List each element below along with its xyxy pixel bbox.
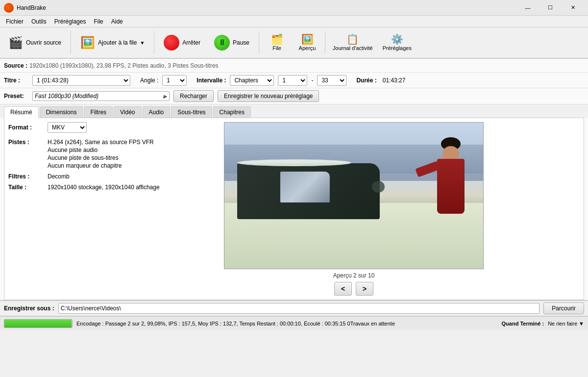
preview-scene (224, 123, 483, 269)
preview-icon: 🖼️ (301, 34, 314, 44)
track-1: H.264 (x264), Same as source FPS VFR (48, 139, 154, 146)
stop-button[interactable]: Arrêter (157, 28, 207, 57)
activity-log-button[interactable]: 📋 Journal d'activité (328, 28, 377, 57)
filters-row: Filtres : Decomb (8, 173, 216, 180)
preview-next-button[interactable]: > (356, 282, 373, 296)
interval-type-select[interactable]: Chapters (230, 75, 274, 86)
tab-area: Résumé Dimensions Filtres Vidéo Audio So… (0, 104, 588, 301)
format-row: Format : MKV (8, 122, 216, 133)
separator4 (325, 31, 325, 54)
presets-button[interactable]: ⚙️ Préréglages (378, 28, 416, 57)
track-3: Aucune piste de sous-titres (48, 154, 154, 161)
tab-video[interactable]: Vidéo (114, 106, 141, 118)
menu-fichier[interactable]: Fichier (2, 17, 27, 26)
save-bar: Enregistrer sous : Parcourir (0, 301, 588, 316)
preview-label: Aperçu (299, 45, 316, 51)
title-select[interactable]: 1 (01:43:28) (32, 75, 130, 86)
maximize-button[interactable]: ☐ (539, 0, 562, 16)
format-label: Format : (8, 124, 48, 131)
file-button[interactable]: 🗂️ File (262, 28, 292, 57)
tab-content-inner: Format : MKV Pistes : H.264 (x264), Same… (8, 122, 484, 296)
reload-button[interactable]: Recharger (173, 90, 214, 102)
tab-bar: Résumé Dimensions Filtres Vidéo Audio So… (0, 104, 588, 118)
tab-sous-titres[interactable]: Sous-titres (171, 106, 212, 118)
app-title: HandBrake (17, 4, 516, 11)
source-bar: Source : 1920x1080 (1993x1080), 23,98 FP… (0, 59, 588, 73)
preset-label: Preset: (4, 93, 28, 100)
preset-arrow-icon: ▶ (163, 94, 167, 99)
preview-nav: < > (334, 282, 373, 296)
pause-icon: ⏸ (214, 35, 230, 50)
chapter-to-select[interactable]: 33 (317, 75, 346, 86)
chapter-from-select[interactable]: 1 (278, 75, 307, 86)
tracks-list: H.264 (x264), Same as source FPS VFR Auc… (48, 139, 154, 169)
titlebar: HandBrake — ☐ ✕ (0, 0, 588, 16)
preview-caption: Aperçu 2 sur 10 (333, 272, 375, 279)
preset-combo[interactable]: Fast 1080p30 (Modified) ▶ (32, 91, 170, 101)
separator3 (259, 31, 259, 54)
file-label: File (272, 45, 281, 51)
title-label: Titre : (4, 77, 28, 84)
interval-label: Intervalle : (196, 77, 226, 84)
angle-label: Angle : (140, 77, 158, 84)
activity-log-label: Journal d'activité (333, 45, 373, 51)
summary-panel: Format : MKV Pistes : H.264 (x264), Same… (8, 122, 224, 296)
add-to-queue-button[interactable]: 🖼️ Ajouter à la file ▼ (74, 28, 151, 57)
stop-icon (164, 35, 179, 50)
presets-label: Préréglages (383, 45, 412, 51)
pause-label: Pause (233, 39, 249, 46)
pause-button[interactable]: ⏸ Pause (208, 28, 256, 57)
progress-bar-container (4, 319, 73, 328)
tab-filtres[interactable]: Filtres (84, 106, 113, 118)
menu-file[interactable]: File (90, 17, 107, 26)
activity-log-icon: 📋 (346, 34, 359, 44)
when-done-select[interactable]: Ne rien faire ▼ (548, 321, 584, 327)
add-queue-label: Ajouter à la file (98, 39, 137, 46)
open-source-button[interactable]: 🎬 Ouvrir source (2, 28, 68, 57)
tab-chapitres[interactable]: Chapitres (213, 106, 251, 118)
size-value: 1920x1040 stockage, 1920x1040 affichage (48, 184, 160, 191)
when-done-label: Quand Terminé : (502, 321, 544, 327)
status-text: Encodage : Passage 2 sur 2, 99,08%, IPS … (76, 321, 498, 327)
filters-value: Decomb (48, 173, 70, 180)
duration-label: Durée : (356, 77, 376, 84)
tab-dimensions[interactable]: Dimensions (40, 106, 83, 118)
size-label: Taille : (8, 184, 48, 191)
preview-button[interactable]: 🖼️ Aperçu (293, 28, 322, 57)
save-path-input[interactable] (58, 303, 540, 314)
toolbar: 🎬 Ouvrir source 🖼️ Ajouter à la file ▼ A… (0, 27, 588, 59)
separator2 (154, 31, 154, 54)
open-source-label: Ouvrir source (26, 39, 61, 46)
format-select[interactable]: MKV (48, 122, 87, 133)
tab-audio[interactable]: Audio (143, 106, 171, 118)
menu-prereglages[interactable]: Préréglages (50, 17, 90, 26)
source-label: Source : (4, 62, 27, 69)
track-2: Aucune piste audio (48, 147, 154, 153)
app-icon (4, 3, 14, 13)
menubar: Fichier Outils Préréglages File Aide (0, 16, 588, 27)
filters-label: Filtres : (8, 173, 48, 180)
menu-outils[interactable]: Outils (27, 17, 50, 26)
minimize-button[interactable]: — (516, 0, 539, 16)
open-source-icon: 🎬 (8, 37, 23, 49)
preset-value: Fast 1080p30 (Modified) (35, 93, 98, 100)
presets-icon: ⚙️ (391, 34, 403, 44)
file-icon: 🗂️ (271, 34, 283, 44)
save-preset-button[interactable]: Enregistrer le nouveau préréglage (218, 90, 319, 102)
duration-value: 01:43:27 (383, 77, 406, 84)
chapter-dash: - (311, 77, 313, 84)
dropdown-arrow-icon[interactable]: ▼ (140, 40, 145, 46)
tab-content: Format : MKV Pistes : H.264 (x264), Same… (4, 118, 584, 300)
browse-button[interactable]: Parcourir (543, 302, 584, 314)
tracks-label: Pistes : (8, 139, 48, 146)
close-button[interactable]: ✕ (562, 0, 584, 16)
source-info: 1920x1080 (1993x1080), 23,98 FPS, 2 Pist… (29, 62, 219, 69)
preset-row: Preset: Fast 1080p30 (Modified) ▶ Rechar… (0, 88, 588, 104)
tab-resume[interactable]: Résumé (4, 106, 39, 118)
preview-prev-button[interactable]: < (334, 282, 352, 296)
stop-label: Arrêter (182, 39, 200, 46)
menu-aide[interactable]: Aide (107, 17, 127, 26)
statusbar: Encodage : Passage 2 sur 2, 99,08%, IPS … (0, 316, 588, 330)
angle-select[interactable]: 1 (162, 75, 187, 86)
size-row: Taille : 1920x1040 stockage, 1920x1040 a… (8, 184, 216, 191)
